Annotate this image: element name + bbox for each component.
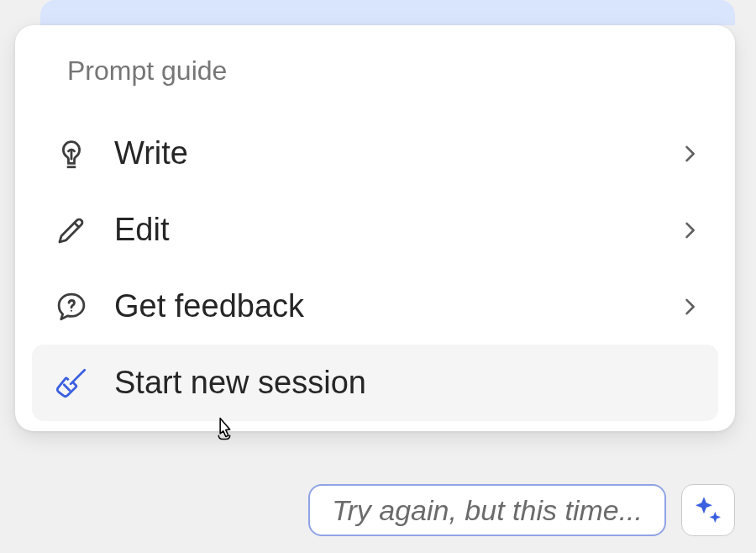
bottom-bar: Try again, but this time... bbox=[308, 484, 735, 536]
menu-title: Prompt guide bbox=[67, 55, 718, 87]
svg-point-0 bbox=[71, 309, 72, 311]
background-accent bbox=[40, 0, 735, 25]
menu-list: Write Edit bbox=[32, 115, 718, 421]
chevron-right-icon bbox=[678, 219, 701, 242]
chat-question-icon bbox=[54, 289, 94, 324]
chevron-right-icon bbox=[678, 142, 701, 166]
prompt-guide-menu: Prompt guide Write bbox=[15, 25, 735, 431]
ai-sparkle-button[interactable] bbox=[681, 484, 735, 536]
menu-item-write[interactable]: Write bbox=[32, 115, 718, 192]
sparkle-icon bbox=[691, 493, 725, 527]
menu-label: Write bbox=[114, 135, 678, 171]
menu-label: Get feedback bbox=[114, 288, 678, 324]
menu-item-get-feedback[interactable]: Get feedback bbox=[32, 268, 718, 345]
menu-label: Start new session bbox=[114, 365, 701, 401]
menu-item-edit[interactable]: Edit bbox=[32, 192, 718, 268]
broom-icon bbox=[54, 366, 94, 401]
menu-label: Edit bbox=[114, 212, 678, 248]
menu-item-start-new-session[interactable]: Start new session bbox=[32, 345, 718, 421]
chevron-right-icon bbox=[678, 295, 701, 319]
input-placeholder: Try again, but this time... bbox=[332, 494, 643, 527]
lightbulb-icon bbox=[54, 136, 94, 171]
prompt-input[interactable]: Try again, but this time... bbox=[308, 484, 666, 536]
pencil-icon bbox=[54, 213, 94, 248]
